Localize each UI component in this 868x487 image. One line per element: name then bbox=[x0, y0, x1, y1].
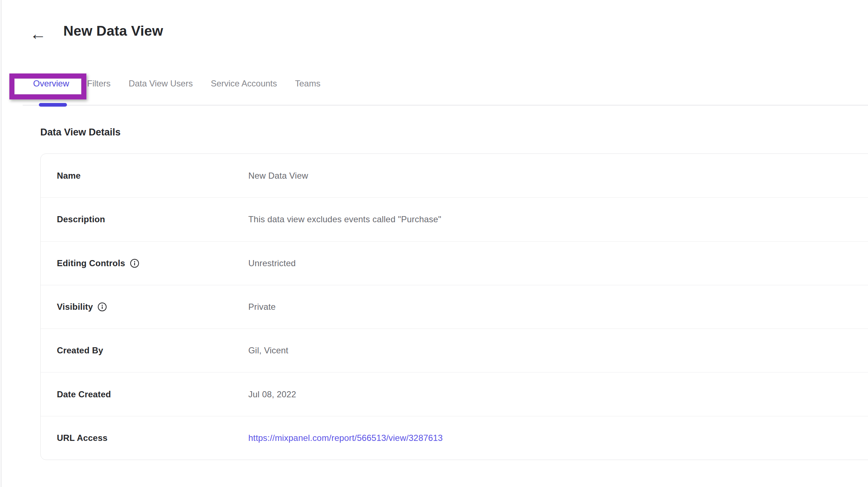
detail-row: Editing Controls Unrestricted bbox=[41, 241, 868, 285]
detail-row-value: Private bbox=[248, 302, 276, 312]
info-icon[interactable] bbox=[130, 259, 139, 268]
detail-row: Name New Data View bbox=[41, 154, 868, 197]
tab-bar: Overview Filters Data View Users Service… bbox=[33, 79, 320, 91]
active-tab-underline bbox=[39, 103, 67, 107]
back-arrow-icon: ← bbox=[30, 26, 46, 42]
tab-teams[interactable]: Teams bbox=[295, 79, 321, 91]
detail-row-label: Date Created bbox=[57, 389, 111, 399]
section-title: Data View Details bbox=[40, 127, 121, 138]
detail-row-label: Name bbox=[57, 171, 81, 181]
data-view-settings-page: ← New Data View Overview Filters Data Vi… bbox=[0, 0, 868, 487]
tab-service-accounts[interactable]: Service Accounts bbox=[211, 79, 277, 91]
url-access-link[interactable]: https://mixpanel.com/report/566513/view/… bbox=[248, 433, 443, 443]
tab-overview[interactable]: Overview bbox=[33, 79, 69, 91]
detail-row: Created By Gil, Vicent bbox=[41, 329, 868, 372]
tab-filters[interactable]: Filters bbox=[87, 79, 110, 91]
back-button[interactable]: ← bbox=[27, 23, 49, 45]
page-title: New Data View bbox=[63, 23, 163, 39]
detail-row-value: Gil, Vicent bbox=[248, 345, 288, 356]
detail-row-value: This data view excludes events called "P… bbox=[248, 214, 441, 224]
detail-row-label: Created By bbox=[57, 345, 103, 356]
panel-left-divider bbox=[1, 0, 1, 487]
info-icon[interactable] bbox=[98, 302, 107, 312]
data-view-details-card: Name New Data View Description bbox=[40, 153, 868, 460]
detail-row-label: Editing Controls bbox=[57, 258, 125, 268]
tab-bar-divider bbox=[23, 105, 868, 106]
detail-row-label: URL Access bbox=[57, 433, 108, 443]
detail-row: Visibility Private bbox=[41, 285, 868, 329]
detail-row: URL Access https://mixpanel.com/report/5… bbox=[41, 416, 868, 460]
detail-row-label: Visibility bbox=[57, 302, 93, 312]
detail-row-value: New Data View bbox=[248, 171, 308, 181]
detail-row: Description This data view excludes even… bbox=[41, 197, 868, 241]
tab-data-view-users[interactable]: Data View Users bbox=[128, 79, 193, 91]
detail-row: Date Created Jul 08, 2022 bbox=[41, 372, 868, 416]
detail-row-value: Jul 08, 2022 bbox=[248, 389, 296, 399]
detail-row-value: Unrestricted bbox=[248, 258, 296, 268]
detail-row-label: Description bbox=[57, 214, 105, 224]
